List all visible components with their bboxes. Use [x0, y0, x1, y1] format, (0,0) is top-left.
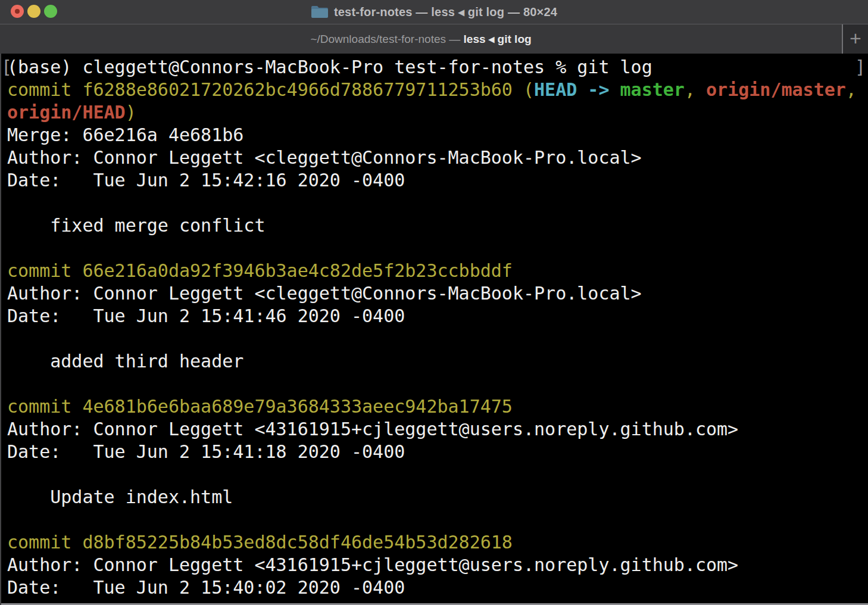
terminal-line	[7, 328, 868, 350]
terminal-line	[7, 509, 868, 531]
terminal-text-segment: commit f6288e86021720262bc4966d788677971…	[7, 79, 534, 100]
terminal-text-segment: Date: Tue Jun 2 15:40:02 2020 -0400	[7, 577, 405, 598]
terminal-line: Author: Connor Leggett <43161915+cjlegge…	[7, 554, 868, 576]
command-mark-left: [	[1, 56, 12, 79]
terminal-text-segment: )	[126, 102, 136, 123]
close-button[interactable]	[11, 5, 24, 18]
terminal-text-segment: commit 66e216a0da92f3946b3ae4c82de5f2b23…	[7, 260, 513, 281]
terminal-line: Date: Tue Jun 2 15:40:02 2020 -0400	[7, 576, 868, 599]
terminal-line	[7, 373, 868, 395]
terminal-output[interactable]: [ ] (base) cleggett@Connors-MacBook-Pro …	[0, 54, 868, 605]
terminal-line: commit 66e216a0da92f3946b3ae4c82de5f2b23…	[7, 260, 868, 282]
terminal-text-segment: Date: Tue Jun 2 15:41:18 2020 -0400	[7, 441, 405, 462]
terminal-line: Date: Tue Jun 2 15:41:46 2020 -0400	[7, 305, 868, 328]
tab-process-text: less ◂ git log	[464, 32, 532, 46]
terminal-text-segment: commit d8bf85225b84b53ed8dc58df46de54b53…	[7, 532, 513, 553]
terminal-line: Author: Connor Leggett <cleggett@Connors…	[7, 282, 868, 305]
terminal-text-segment: Update index.html	[7, 487, 233, 507]
terminal-line: Date: Tue Jun 2 15:41:18 2020 -0400	[7, 441, 868, 463]
terminal-text-segment: Author: Connor Leggett <43161915+cjlegge…	[7, 419, 738, 439]
terminal-line: origin/HEAD)	[7, 101, 868, 124]
folder-icon	[311, 5, 329, 19]
terminal-text-segment: added third header	[7, 351, 243, 372]
terminal-line: Date: Tue Jun 2 15:42:16 2020 -0400	[7, 169, 868, 192]
terminal-text-segment: HEAD ->	[534, 79, 620, 100]
terminal-line	[7, 463, 868, 486]
terminal-line: commit d8bf85225b84b53ed8dc58df46de54b53…	[7, 531, 868, 554]
terminal-line: added third header	[7, 350, 868, 373]
traffic-lights	[11, 5, 57, 18]
terminal-line: commit f6288e86021720262bc4966d788677971…	[7, 79, 868, 101]
terminal-text-segment: Merge: 66e216a 4e681b6	[7, 124, 243, 145]
terminal-text-segment: fixed merge conflict	[7, 215, 265, 236]
terminal-text-segment: ,	[846, 79, 857, 100]
window-title-text: test-for-notes — less ◂ git log — 80×24	[334, 5, 557, 19]
terminal-text-segment: ,	[685, 79, 706, 100]
zoom-button[interactable]	[44, 5, 57, 18]
terminal-line	[7, 192, 868, 214]
tab-bar: ~/Downloads/test-for-notes — less ◂ git …	[0, 24, 868, 54]
terminal-text-segment: Date: Tue Jun 2 15:42:16 2020 -0400	[7, 170, 405, 191]
terminal-line: Author: Connor Leggett <cleggett@Connors…	[7, 146, 868, 169]
terminal-text-segment: master	[620, 79, 685, 100]
terminal-text-segment: Date: Tue Jun 2 15:41:46 2020 -0400	[7, 305, 405, 326]
tab-active[interactable]: ~/Downloads/test-for-notes — less ◂ git …	[0, 24, 842, 54]
terminal-window: test-for-notes — less ◂ git log — 80×24 …	[0, 0, 868, 605]
terminal-text-segment: origin/HEAD	[7, 102, 126, 123]
terminal-line: Update index.html	[7, 486, 868, 509]
terminal-line	[7, 237, 868, 260]
terminal-line: commit 4e681b6e6baa689e79a3684333aeec942…	[7, 395, 868, 418]
terminal-line: fixed merge conflict	[7, 214, 868, 237]
terminal-text-segment: commit 4e681b6e6baa689e79a3684333aeec942…	[7, 396, 513, 417]
terminal-lines: (base) cleggett@Connors-MacBook-Pro test…	[7, 56, 868, 599]
terminal-line: Author: Connor Leggett <43161915+cjlegge…	[7, 418, 868, 441]
window-title: test-for-notes — less ◂ git log — 80×24	[311, 5, 557, 19]
terminal-text-segment: Author: Connor Leggett <cleggett@Connors…	[7, 283, 642, 304]
plus-icon: +	[850, 28, 861, 48]
terminal-text-segment: (base) cleggett@Connors-MacBook-Pro test…	[7, 57, 652, 77]
terminal-line: Merge: 66e216a 4e681b6	[7, 124, 868, 146]
terminal-text-segment: Author: Connor Leggett <43161915+cjlegge…	[7, 554, 738, 575]
new-tab-button[interactable]: +	[842, 24, 868, 54]
terminal-text-segment: origin/master	[706, 79, 846, 100]
tab-path-text: ~/Downloads/test-for-notes —	[310, 33, 463, 46]
terminal-text-segment: Author: Connor Leggett <cleggett@Connors…	[7, 147, 642, 168]
titlebar[interactable]: test-for-notes — less ◂ git log — 80×24	[0, 0, 868, 24]
minimize-button[interactable]	[27, 5, 40, 18]
terminal-line: (base) cleggett@Connors-MacBook-Pro test…	[7, 56, 868, 79]
command-mark-right: ]	[855, 56, 866, 79]
